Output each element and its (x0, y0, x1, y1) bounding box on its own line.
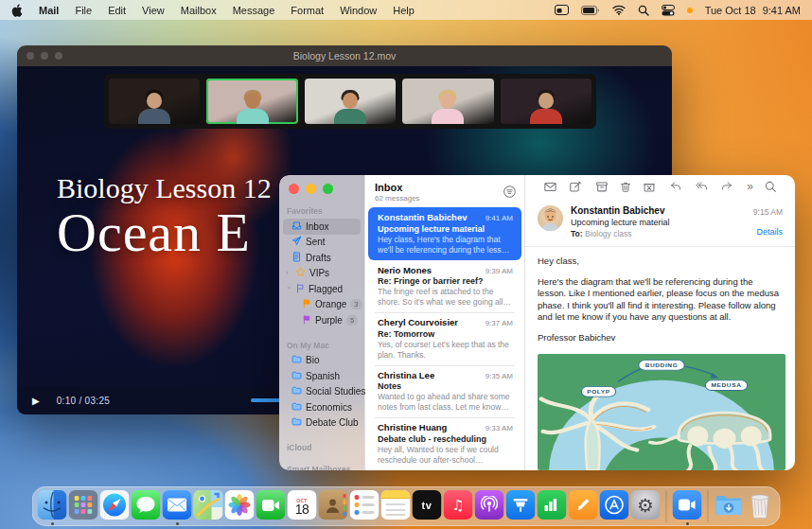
apple-menu-icon[interactable] (11, 4, 23, 17)
trash-icon[interactable] (620, 181, 631, 193)
participant-video-5[interactable] (501, 79, 591, 124)
participant-video-3[interactable] (305, 79, 396, 124)
dock-icon-keynote[interactable] (506, 490, 536, 520)
sidebar-section-icloud[interactable]: iCloud (279, 443, 364, 452)
close-button[interactable] (289, 184, 299, 194)
menu-item-help[interactable]: Help (393, 5, 415, 16)
dock-icon-reminders[interactable] (350, 490, 380, 520)
menu-item-message[interactable]: Message (233, 5, 275, 16)
more-icon[interactable]: » (747, 181, 753, 192)
sidebar-item-purple[interactable]: Purple5 (283, 312, 361, 328)
sidebar-item-flagged[interactable]: ›Flagged (283, 281, 361, 297)
zoom-button[interactable] (323, 184, 333, 194)
menu-item-format[interactable]: Format (291, 5, 324, 16)
video-title-line2: Ocean E (57, 201, 272, 264)
body-paragraph: Here's the diagram that we'll be referen… (538, 276, 783, 324)
dock-icon-tv[interactable]: tv (413, 490, 442, 520)
dock-icon-downloads[interactable] (715, 490, 744, 520)
sidebar-section-favorites[interactable]: Favorites (279, 206, 364, 216)
video-overlay-title: Biology Lesson 12 Ocean E (57, 172, 272, 264)
dock-icon-notes[interactable] (381, 490, 411, 520)
reply-icon[interactable] (669, 181, 682, 192)
menu-clock[interactable]: Tue Oct 18 9:41 AM (705, 5, 801, 16)
video-title-line1: Biology Lesson 12 (57, 172, 272, 204)
message-list-item[interactable]: Darla Davidson 9:31 AM Tomorrow's class … (368, 470, 521, 471)
archive-icon[interactable] (595, 181, 609, 193)
chevron-right-icon[interactable]: › (286, 269, 291, 277)
sidebar-item-label: Drafts (306, 253, 331, 263)
sidebar-item-sent[interactable]: Sent (283, 235, 361, 251)
dock-icon-appstore[interactable] (600, 490, 629, 520)
message-list-item[interactable]: Konstantin Babichev 9:41 AM Upcoming lec… (368, 207, 521, 260)
junk-icon[interactable] (643, 181, 656, 193)
compose-icon[interactable] (569, 181, 582, 193)
message-list-item[interactable]: Cheryl Courvoisier 9:37 AM Re: Tomorrow … (368, 312, 521, 365)
message-list-item[interactable]: Christine Huang 9:33 AM Debate club - re… (368, 417, 521, 470)
menu-item-view[interactable]: View (142, 5, 165, 16)
dock-icon-finder[interactable] (38, 490, 67, 520)
dock-icon-mail[interactable] (163, 490, 192, 520)
detail-time: 9:15 AM (753, 207, 783, 217)
minimize-button[interactable] (306, 184, 316, 194)
sidebar-item-economics[interactable]: Economics (283, 399, 361, 415)
dock-icon-launchpad[interactable] (69, 490, 98, 520)
dock-icon-safari[interactable] (100, 490, 130, 520)
display-icon[interactable] (555, 5, 569, 15)
message-sender: Christina Lee (378, 370, 434, 380)
menu-item-mailbox[interactable]: Mailbox (181, 5, 217, 16)
dock-icon-calendar[interactable]: OCT18 (288, 490, 317, 520)
detail-to-line: To: Biology class (571, 229, 753, 238)
control-center-icon[interactable] (662, 5, 675, 16)
mail-sidebar: FavoritesInboxSentDrafts›VIPs›FlaggedOra… (279, 175, 364, 470)
get-mail-icon[interactable] (543, 181, 557, 193)
dock-icon-trash[interactable] (746, 490, 775, 520)
dock-icon-messages[interactable] (132, 490, 161, 520)
message-detail-pane: » Konstantin Babichev Upcoming lecture m… (525, 175, 795, 470)
dock-icon-zoom[interactable] (673, 490, 702, 520)
message-list-item[interactable]: Nerio Mones 9:39 AM Re: Fringe or barrie… (368, 260, 521, 313)
participant-video-1[interactable] (109, 79, 200, 124)
sidebar-item-social-studies[interactable]: Social Studies (283, 384, 361, 400)
wifi-icon[interactable] (612, 5, 626, 15)
sidebar-item-drafts[interactable]: Drafts (283, 250, 361, 266)
mail-window-controls[interactable] (279, 184, 364, 194)
menu-item-window[interactable]: Window (340, 5, 377, 16)
dock-icon-facetime[interactable] (256, 490, 286, 520)
play-button[interactable]: ▶ (32, 396, 40, 406)
message-sender: Cheryl Courvoisier (378, 317, 458, 327)
filter-icon[interactable] (503, 185, 516, 202)
sidebar-item-inbox[interactable]: Inbox (283, 219, 361, 235)
sidebar-item-vips[interactable]: ›VIPs (283, 266, 361, 282)
sidebar-section-smart-mailboxes[interactable]: Smart Mailboxes (279, 465, 364, 470)
dock-icon-music[interactable]: ♫ (444, 490, 473, 520)
dock-icon-numbers[interactable] (538, 490, 567, 520)
reply-all-icon[interactable] (694, 181, 709, 192)
running-indicator-dot (51, 522, 54, 525)
sidebar-item-debate-club[interactable]: Debate Club (283, 415, 361, 432)
spotlight-icon[interactable] (638, 5, 649, 16)
sidebar-item-orange[interactable]: Orange3 (283, 297, 361, 313)
sidebar-section-on-my-mac[interactable]: On My Mac (279, 341, 364, 350)
dock-icon-pages[interactable] (569, 490, 598, 520)
dock-icon-podcasts[interactable] (475, 490, 504, 520)
details-link[interactable]: Details (753, 227, 783, 237)
sidebar-item-bio[interactable]: Bio (283, 353, 361, 369)
menu-item-file[interactable]: File (75, 5, 92, 16)
participant-video-4[interactable] (402, 79, 493, 124)
dock-icon-maps[interactable] (194, 490, 223, 520)
forward-icon[interactable] (720, 181, 733, 192)
menu-app-name[interactable]: Mail (39, 5, 59, 16)
dock-icon-contacts[interactable] (319, 490, 348, 520)
participant-video-2[interactable] (206, 79, 297, 124)
video-window-titlebar[interactable]: Biology Lesson 12.mov (17, 45, 672, 66)
message-list-item[interactable]: Christina Lee 9:35 AM Notes Wanted to go… (368, 365, 521, 418)
participant-shirt (334, 109, 366, 124)
detail-sender-name: Konstantin Babichev (571, 205, 753, 216)
sidebar-item-spanish[interactable]: Spanish (283, 368, 361, 384)
menu-item-edit[interactable]: Edit (108, 5, 126, 16)
dock-icon-settings[interactable]: ⚙ (631, 490, 661, 520)
dock-icon-photos[interactable] (225, 490, 255, 520)
search-icon[interactable] (765, 181, 777, 193)
chevron-down-icon[interactable]: › (285, 286, 293, 291)
battery-icon[interactable] (581, 6, 600, 15)
